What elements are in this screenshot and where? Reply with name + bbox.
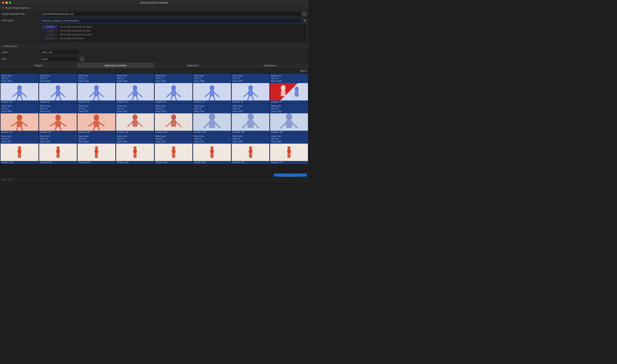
panel-card[interactable]: Board: auto Shot: 01 Panel: 0001 Duratio… xyxy=(0,74,39,104)
svg-line-57 xyxy=(59,127,61,130)
svg-line-62 xyxy=(93,127,95,130)
panel-card[interactable]: Board: auto Shot: 01 Panel: 0008 Duratio… xyxy=(270,74,308,104)
panel-duration: Duration: 32 xyxy=(155,101,193,103)
panel-card[interactable]: Board: auto Shot: 02 Panel: 0010 Duratio… xyxy=(39,104,77,134)
panel-card[interactable]: Board: auto Shot: 03 Panel: 0014 Duratio… xyxy=(193,104,231,134)
svg-line-67 xyxy=(138,122,142,127)
zoom-checkbox[interactable] xyxy=(296,70,299,72)
panel-card[interactable]: Board: auto Shot: 04 Panel: 0022 Duratio… xyxy=(193,134,231,164)
image-sequence-path-input[interactable] xyxy=(40,12,301,16)
panel-card[interactable]: Board: auto Shot: 02 Panel: 0013 Duratio… xyxy=(155,104,193,134)
panel-card[interactable]: Board: auto Shot: 01 Panel: 0003 Duratio… xyxy=(77,74,116,104)
root-board-path-input[interactable] xyxy=(40,57,79,61)
svg-line-5 xyxy=(21,96,22,100)
panel-card[interactable]: Board: auto Shot: 03 Panel: 0015 Duratio… xyxy=(231,104,270,134)
panel-card[interactable]: Board: auto Shot: 01 Panel: 0002 Duratio… xyxy=(39,74,77,104)
svg-point-94 xyxy=(134,146,137,149)
close-button[interactable] xyxy=(2,1,4,4)
panel-card[interactable]: Board: auto Shot: 04 Panel: 0024 Duratio… xyxy=(270,134,308,164)
token-shot-desc: : the id which represents the shot xyxy=(59,29,90,32)
panel-card[interactable]: Board: auto Shot: 02 Panel: 0011 Duratio… xyxy=(77,104,116,134)
panel-board: Board: auto xyxy=(194,135,230,138)
tab-naming-convention[interactable]: Naming Convention xyxy=(77,63,154,68)
panel-image xyxy=(270,144,308,161)
minimize-button[interactable] xyxy=(5,1,8,4)
panel-card[interactable]: Board: auto Shot: 01 Panel: 0004 Duratio… xyxy=(116,74,154,104)
panel-image xyxy=(39,144,77,161)
panel-image xyxy=(232,113,269,131)
svg-line-21 xyxy=(137,93,142,97)
panel-shot: Shot: 04 xyxy=(156,138,192,140)
panel-board: Board: auto xyxy=(1,74,38,77)
image-sequence-browse-button[interactable]: ... xyxy=(302,12,307,16)
panel-shot: Shot: 04 xyxy=(194,138,230,140)
panel-board: Board: auto xyxy=(117,105,153,107)
svg-line-35 xyxy=(213,96,215,100)
panel-number: Panel: 0005 xyxy=(156,80,192,82)
root-board-name-content xyxy=(40,50,307,54)
bottom-bar: plane_0010 xyxy=(0,177,308,182)
svg-line-75 xyxy=(215,123,220,128)
panel-duration: Duration: 40 xyxy=(193,101,231,103)
panel-duration: Duration: 132 xyxy=(116,131,154,134)
root-board-browse-button[interactable]: ... xyxy=(80,57,84,61)
image-sequence-path-row: Image Sequence Path ... xyxy=(0,11,308,17)
panel-number: Panel: 0019 xyxy=(79,140,114,143)
svg-line-71 xyxy=(176,122,181,127)
panel-image xyxy=(116,83,154,101)
panel-info: Board: auto Shot: 02 Panel: 0013 xyxy=(155,104,193,113)
svg-point-106 xyxy=(287,146,291,149)
svg-rect-7 xyxy=(55,91,60,96)
svg-line-29 xyxy=(175,96,176,100)
panel-card[interactable]: Board: auto Shot: 04 Panel: 0018 Duratio… xyxy=(39,134,77,164)
panel-card[interactable]: Board: auto Shot: 04 Panel: 0019 Duratio… xyxy=(77,134,116,164)
root-board-path-content: ... xyxy=(40,57,307,61)
panel-card[interactable]: Board: auto Shot: 01 Panel: 0007 Duratio… xyxy=(231,74,270,104)
tab-sequencer[interactable]: Sequencer xyxy=(231,63,308,68)
svg-point-105 xyxy=(287,149,291,154)
file-pattern-dropdown[interactable]: ▼ xyxy=(302,18,307,23)
panel-card[interactable]: Board: auto Shot: 04 Panel: 0021 Duratio… xyxy=(155,134,193,164)
svg-point-84 xyxy=(18,149,21,154)
tab-images[interactable]: Images xyxy=(0,63,77,68)
panel-card[interactable]: Board: auto Shot: 01 Panel: 0009 Duratio… xyxy=(0,104,39,134)
panel-card[interactable]: Board: auto Shot: 01 Panel: 0006 Duratio… xyxy=(193,74,231,104)
panel-image xyxy=(78,83,115,101)
panel-info: Board: auto Shot: 03 Panel: 0016 xyxy=(270,104,308,113)
panel-card[interactable]: Board: auto Shot: 01 Panel: 0005 Duratio… xyxy=(155,74,193,104)
panel-number: Panel: 0013 xyxy=(156,110,192,113)
tab-sequence[interactable]: Sequence xyxy=(154,63,231,68)
svg-line-70 xyxy=(166,122,171,127)
panel-duration: Duration: 198 xyxy=(232,131,269,134)
panel-card[interactable]: Board: auto Shot: 04 Panel: 0017 Duratio… xyxy=(0,134,39,164)
file-pattern-input[interactable] xyxy=(40,18,302,23)
panel-card[interactable]: Board: auto Shot: 04 Panel: 0023 Duratio… xyxy=(231,134,270,164)
panel-duration: Duration: 96 xyxy=(39,131,77,134)
panel-duration: Duration: 48 xyxy=(232,101,269,103)
panel-board: Board: auto xyxy=(40,135,76,138)
panel-duration: Duration: 264 xyxy=(232,161,269,164)
panel-number: Panel: 0016 xyxy=(271,110,307,113)
panel-duration: Duration: 224 xyxy=(39,161,77,164)
import-section-header[interactable]: ▼ Import Image Sequence xyxy=(0,5,308,11)
maximize-button[interactable] xyxy=(9,1,11,4)
svg-point-93 xyxy=(133,149,137,154)
panel-shot: Shot: 02 xyxy=(156,107,192,110)
root-board-section-header[interactable]: ▼ Root Board xyxy=(0,44,308,49)
panel-shot: Shot: 04 xyxy=(1,138,38,140)
panel-board: Board: auto xyxy=(194,74,230,77)
panel-info: Board: auto Shot: 04 Panel: 0020 xyxy=(116,134,154,144)
panel-shot: Shot: 04 xyxy=(271,138,307,140)
svg-rect-59 xyxy=(94,121,99,127)
svg-line-15 xyxy=(99,93,103,97)
panel-number: Panel: 0020 xyxy=(117,140,153,143)
root-board-name-input[interactable] xyxy=(40,50,79,54)
panel-board: Board: auto xyxy=(271,135,307,138)
svg-line-50 xyxy=(16,127,18,130)
panel-shot: Shot: 02 xyxy=(79,107,114,110)
panel-duration: Duration: 8 xyxy=(39,101,77,103)
panel-image xyxy=(39,83,77,101)
panel-card[interactable]: Board: auto Shot: 03 Panel: 0016 Duratio… xyxy=(270,104,308,134)
panel-card[interactable]: Board: auto Shot: 02 Panel: 0012 Duratio… xyxy=(116,104,154,134)
panel-card[interactable]: Board: auto Shot: 04 Panel: 0020 Duratio… xyxy=(116,134,154,164)
